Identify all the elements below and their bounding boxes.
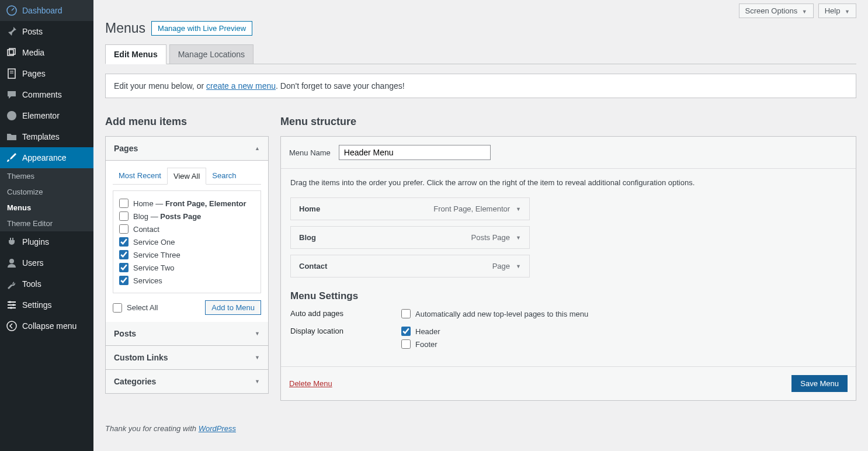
- svg-point-11: [9, 301, 11, 303]
- page-check-row[interactable]: Service Two: [119, 261, 255, 274]
- sidebar-label: Comments: [22, 90, 62, 99]
- sidebar-sub-menus[interactable]: Menus: [0, 200, 93, 216]
- sidebar-item-settings[interactable]: Settings: [0, 294, 93, 315]
- chevron-down-icon[interactable]: ▼: [516, 206, 521, 212]
- sidebar-label: Users: [22, 258, 44, 268]
- sidebar-label: Dashboard: [22, 6, 63, 15]
- screen-options-button[interactable]: Screen Options ▼: [739, 4, 814, 18]
- page-title: Menus Manage with Live Preview: [105, 20, 856, 36]
- page-checkbox[interactable]: [119, 211, 129, 221]
- page-check-row[interactable]: Service Three: [119, 248, 255, 261]
- sidebar-label: Settings: [22, 300, 52, 310]
- menu-item-label: Blog: [299, 233, 316, 242]
- tab-edit-menus[interactable]: Edit Menus: [105, 44, 166, 64]
- sidebar-item-users[interactable]: Users: [0, 252, 93, 273]
- tab-view-all[interactable]: View All: [167, 168, 206, 185]
- menu-item[interactable]: ContactPage ▼: [290, 255, 530, 277]
- footer-credit: Thank you for creating with WordPress: [105, 424, 856, 433]
- menu-item[interactable]: BlogPosts Page ▼: [290, 226, 530, 249]
- page-item-label: Home — Front Page, Elementor: [133, 199, 246, 208]
- select-all-label[interactable]: Select All: [113, 303, 158, 313]
- tab-most-recent[interactable]: Most Recent: [113, 168, 167, 184]
- page-checkbox[interactable]: [119, 276, 129, 285]
- svg-point-12: [12, 304, 15, 306]
- menu-item-label: Contact: [299, 262, 327, 270]
- comment-icon: [6, 89, 18, 100]
- menu-name-input[interactable]: [339, 145, 491, 160]
- page-checkbox[interactable]: [119, 250, 129, 259]
- delete-menu-link[interactable]: Delete Menu: [289, 379, 332, 388]
- sidebar-item-posts[interactable]: Posts: [0, 21, 93, 42]
- auto-add-checkbox[interactable]: [401, 309, 411, 318]
- sidebar-sub-customize[interactable]: Customize: [0, 184, 93, 200]
- page-item-label: Services: [133, 276, 162, 285]
- sidebar-item-tools[interactable]: Tools: [0, 273, 93, 294]
- page-checkbox[interactable]: [119, 263, 129, 272]
- chevron-up-icon: ▲: [255, 145, 260, 151]
- chevron-down-icon[interactable]: ▼: [516, 235, 521, 241]
- page-checkbox[interactable]: [119, 199, 129, 208]
- page-item-label: Service Three: [133, 251, 180, 259]
- sidebar-item-templates[interactable]: Templates: [0, 126, 93, 147]
- svg-point-13: [10, 307, 12, 309]
- sidebar-label: Posts: [22, 27, 43, 36]
- page-check-row[interactable]: Blog — Posts Page: [119, 210, 255, 223]
- accordion-pages[interactable]: Pages▲: [106, 137, 268, 161]
- sidebar-label: Pages: [22, 69, 46, 78]
- sidebar-item-dashboard[interactable]: Dashboard: [0, 0, 93, 21]
- sidebar-item-comments[interactable]: Comments: [0, 84, 93, 105]
- wordpress-link[interactable]: WordPress: [199, 424, 236, 433]
- sidebar-item-media[interactable]: Media: [0, 42, 93, 63]
- chevron-down-icon: ▼: [255, 379, 260, 384]
- sidebar-sub-theme-editor[interactable]: Theme Editor: [0, 216, 93, 231]
- svg-rect-3: [8, 69, 15, 78]
- live-preview-button[interactable]: Manage with Live Preview: [151, 21, 252, 36]
- page-check-row[interactable]: Contact: [119, 223, 255, 235]
- page-check-row[interactable]: Services: [119, 274, 255, 287]
- page-item-label: Blog — Posts Page: [133, 212, 201, 221]
- page-check-row[interactable]: Home — Front Page, Elementor: [119, 197, 255, 210]
- dashboard-icon: [6, 5, 18, 16]
- menu-item[interactable]: HomeFront Page, Elementor ▼: [290, 197, 530, 220]
- page-item-label: Service One: [133, 238, 175, 247]
- sidebar-item-pages[interactable]: Pages: [0, 63, 93, 84]
- page-icon: [6, 68, 18, 79]
- sidebar-label: Elementor: [22, 111, 60, 120]
- accordion-posts[interactable]: Posts▼: [106, 322, 268, 345]
- select-all-checkbox[interactable]: [113, 303, 122, 313]
- admin-sidebar: Dashboard Posts Media Pages Comments Ele…: [0, 0, 93, 451]
- sidebar-item-collapse[interactable]: Collapse menu: [0, 315, 93, 336]
- page-check-row[interactable]: Service One: [119, 235, 255, 248]
- brush-icon: [6, 152, 18, 164]
- sidebar-item-plugins[interactable]: Plugins: [0, 231, 93, 252]
- tab-search[interactable]: Search: [206, 168, 242, 184]
- pin-icon: [6, 26, 18, 37]
- sidebar-item-elementor[interactable]: Elementor: [0, 105, 93, 126]
- media-icon: [6, 47, 18, 58]
- tab-manage-locations[interactable]: Manage Locations: [169, 44, 254, 64]
- sidebar-label: Media: [22, 48, 44, 57]
- add-to-menu-button[interactable]: Add to Menu: [205, 300, 261, 315]
- sidebar-label: Collapse menu: [22, 321, 77, 331]
- help-button[interactable]: Help ▼: [818, 4, 856, 18]
- sidebar-item-appearance[interactable]: Appearance: [0, 147, 93, 168]
- sidebar-submenu: Themes Customize Menus Theme Editor: [0, 168, 93, 231]
- chevron-down-icon: ▼: [802, 9, 807, 15]
- wrench-icon: [6, 278, 18, 290]
- page-checkbox[interactable]: [119, 237, 129, 247]
- menu-structure-heading: Menu structure: [280, 116, 856, 128]
- create-menu-link[interactable]: create a new menu: [206, 81, 276, 91]
- display-location-label: Display location: [290, 327, 401, 352]
- svg-point-6: [7, 111, 16, 120]
- save-menu-button[interactable]: Save Menu: [791, 375, 848, 392]
- chevron-down-icon[interactable]: ▼: [516, 263, 521, 269]
- location-header-checkbox[interactable]: [401, 327, 411, 336]
- chevron-down-icon: ▼: [255, 331, 260, 336]
- sidebar-sub-themes[interactable]: Themes: [0, 168, 93, 184]
- page-checkbox[interactable]: [119, 224, 129, 234]
- auto-add-label: Auto add pages: [290, 309, 401, 322]
- accordion-categories[interactable]: Categories▼: [106, 369, 268, 393]
- location-footer-checkbox[interactable]: [401, 339, 411, 349]
- sidebar-label: Plugins: [22, 237, 49, 247]
- accordion-custom-links[interactable]: Custom Links▼: [106, 345, 268, 369]
